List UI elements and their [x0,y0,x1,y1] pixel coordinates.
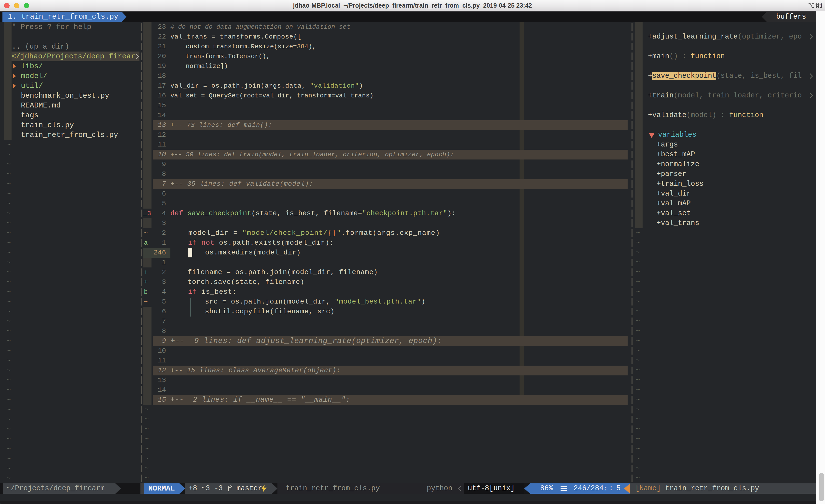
svg-text:1: 1 [820,2,822,9]
